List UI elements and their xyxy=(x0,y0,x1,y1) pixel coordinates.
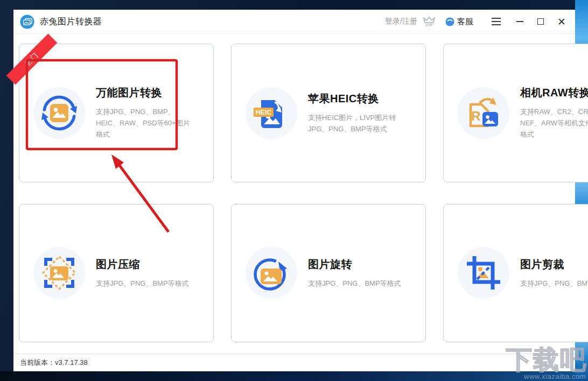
card-desc: 支持JPG、PNG、BMP等格式 xyxy=(520,278,588,289)
svg-text:HEIC: HEIC xyxy=(256,109,272,116)
card-text: 图片压缩 支持JPG、PNG、BMP等格式 xyxy=(96,257,204,289)
card-desc: 支持JPG、PNG、BMP等格式 xyxy=(308,278,416,289)
titlebar: 赤兔图片转换器 登录/注册 VIP 客服 ✕ xyxy=(13,10,575,33)
card-desc: 支持RAW、CR2、CR3、NEF、ARW等相机文件转图片格式 xyxy=(520,106,588,140)
minimize-button[interactable] xyxy=(514,16,526,27)
hot-ribbon-badge: 热门 xyxy=(6,34,58,85)
app-window: 赤兔图片转换器 登录/注册 VIP 客服 ✕ 热门 xyxy=(13,10,575,371)
card-universal-convert[interactable]: 热门 万能图片转换 支持JPG、PNG、BMP、HEIC、RAW、PSD等60+… xyxy=(19,44,214,182)
vip-button[interactable]: VIP xyxy=(423,17,436,27)
card-desc: 支持JPG、PNG、BMP等格式 xyxy=(96,278,204,289)
card-title: 图片旋转 xyxy=(308,257,416,272)
close-button[interactable]: ✕ xyxy=(556,16,568,27)
support-avatar-icon xyxy=(445,17,454,26)
version-text: 当前版本：v3.7.17.38 xyxy=(20,358,88,368)
rotate-icon xyxy=(246,247,297,299)
vip-label: VIP xyxy=(425,23,433,27)
card-desc: 支持JPG、PNG、BMP、HEIC、RAW、PSD等60+图片格式 xyxy=(96,106,192,140)
crop-icon xyxy=(458,247,509,299)
card-title: 万能图片转换 xyxy=(96,86,204,100)
maximize-button[interactable] xyxy=(535,16,547,27)
card-compress[interactable]: 图片压缩 支持JPG、PNG、BMP等格式 xyxy=(19,204,214,343)
svg-text:R: R xyxy=(471,109,480,123)
card-title: 图片剪裁 xyxy=(520,257,588,272)
card-crop[interactable]: 图片剪裁 支持JPG、PNG、BMP等格式 xyxy=(443,204,588,343)
support-button[interactable]: 客服 xyxy=(445,17,473,27)
card-text: 图片剪裁 支持JPG、PNG、BMP等格式 xyxy=(520,257,588,289)
login-register-link[interactable]: 登录/注册 xyxy=(385,17,417,26)
feature-grid: 热门 万能图片转换 支持JPG、PNG、BMP、HEIC、RAW、PSD等60+… xyxy=(13,34,575,354)
desktop-wallpaper-bottom xyxy=(0,371,575,381)
card-text: 相机RAW转换 支持RAW、CR2、CR3、NEF、ARW等相机文件转图片格式 xyxy=(520,86,588,140)
card-heic-convert[interactable]: HEIC 苹果HEIC转换 支持HEIC图片，LIVP图片转JPG、PNG、BM… xyxy=(231,44,426,182)
card-text: 图片旋转 支持JPG、PNG、BMP等格式 xyxy=(308,257,416,289)
card-rotate[interactable]: 图片旋转 支持JPG、PNG、BMP等格式 xyxy=(231,204,426,343)
app-title: 赤兔图片转换器 xyxy=(40,16,102,27)
universal-convert-icon xyxy=(33,87,85,139)
card-raw-convert[interactable]: R 相机RAW转换 支持RAW、CR2、CR3、NEF、ARW等相机文件转图片格… xyxy=(443,44,588,182)
heic-convert-icon: HEIC xyxy=(246,87,297,139)
card-title: 苹果HEIC转换 xyxy=(308,91,416,106)
card-text: 万能图片转换 支持JPG、PNG、BMP、HEIC、RAW、PSD等60+图片格… xyxy=(96,86,204,140)
raw-convert-icon: R xyxy=(458,87,509,139)
vip-crown-icon xyxy=(423,17,436,23)
card-desc: 支持HEIC图片，LIVP图片转JPG、PNG、BMP等格式 xyxy=(308,112,404,135)
card-title: 相机RAW转换 xyxy=(520,86,588,100)
support-label: 客服 xyxy=(457,17,473,27)
menu-button[interactable] xyxy=(491,16,502,27)
app-logo-icon xyxy=(20,15,34,29)
compress-icon xyxy=(33,247,85,299)
card-text: 苹果HEIC转换 支持HEIC图片，LIVP图片转JPG、PNG、BMP等格式 xyxy=(308,91,416,135)
card-title: 图片压缩 xyxy=(96,257,204,272)
status-bar: 当前版本：v3.7.17.38 xyxy=(13,354,575,371)
